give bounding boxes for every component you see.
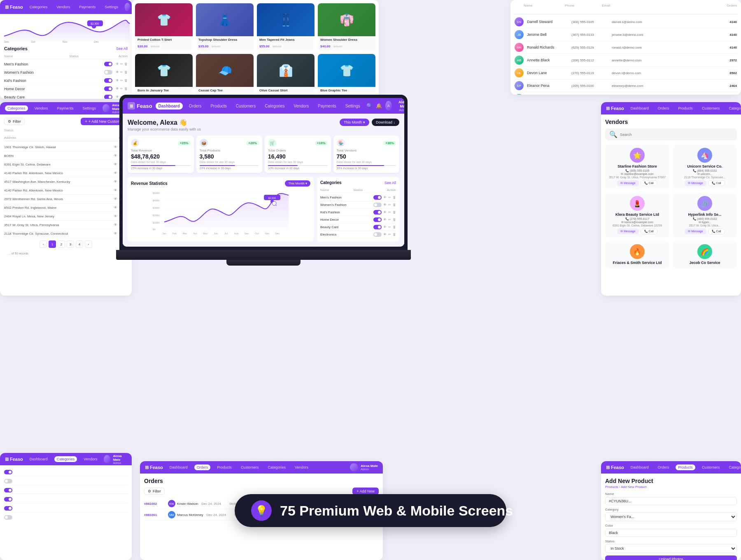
eye-icon[interactable]: 👁 [116,62,119,66]
category-toggle[interactable] [104,70,112,75]
view-icon[interactable]: 👁 [114,197,117,201]
view-icon[interactable]: 👁 [114,223,117,227]
product-item[interactable]: 👕 Born In January Tee $28.00 $35.00 [135,54,193,99]
nav-vendors-main[interactable]: Vendors [291,103,312,110]
nav-vendors-bl[interactable]: Vendors [81,456,100,462]
view-icon[interactable]: 👁 [114,145,117,149]
nav-payments[interactable]: Payments [77,4,98,10]
eye-icon[interactable]: 👁 [116,87,119,91]
cat-toggle[interactable] [373,195,382,200]
delete-icon[interactable]: 🗑 [393,225,396,229]
delete-icon[interactable]: 🗑 [124,70,128,74]
nav-categories-bl[interactable]: Categories [54,456,77,462]
nav-dashboard-bl[interactable]: Dashboard [27,456,50,462]
vendor-call-btn[interactable]: 📞 Call [708,180,725,186]
nav-settings-main[interactable]: Settings [343,103,363,110]
nav-categories-main[interactable]: Categories [262,103,287,110]
nav-orders-bc[interactable]: Orders [194,464,211,470]
page-3[interactable]: 3 [67,240,74,248]
nav-customers-v[interactable]: Customers [699,105,722,111]
this-month-button[interactable]: This Month ▾ [340,119,369,126]
field-select[interactable]: Women's Fa... [605,512,737,521]
search-input[interactable] [620,133,733,137]
vendor-message-btn[interactable]: ✉ Message [617,180,638,186]
toggle-off-2[interactable] [4,515,12,520]
nav-orders-main[interactable]: Orders [186,103,205,110]
nav-products-bc[interactable]: Products [214,464,234,470]
orders-filter-btn[interactable]: ⚙ Filter [144,488,165,495]
nav-products-main[interactable]: Products [207,103,229,110]
view-icon[interactable]: 👁 [114,188,117,192]
vendor-message-btn[interactable]: ✉ Message [685,180,706,186]
nav-vendors-bc[interactable]: Vendors [292,464,311,470]
nav-settings-ml[interactable]: Settings [80,105,99,111]
product-item[interactable]: 🧢 Casual Cap Tee $32.00 $42.00 [196,54,254,99]
nav-products-v[interactable]: Products [676,105,695,111]
nav-products-ap[interactable]: Products [676,464,695,470]
toggle-on-4[interactable] [4,506,12,511]
category-toggle[interactable] [104,62,112,66]
nav-categories-ap[interactable]: Categories [726,464,741,470]
eye-icon[interactable]: 👁 [116,95,119,99]
delete-icon[interactable]: 🗑 [124,87,128,91]
cat-toggle[interactable] [373,232,382,237]
eye-icon[interactable]: 👁 [383,225,387,229]
category-toggle[interactable] [104,78,112,83]
search-icon-main[interactable]: 🔍 [366,103,373,109]
cat-toggle[interactable] [373,225,382,229]
product-item[interactable]: 👘 Women Shoulder Dress $40.00 $49.00 [318,3,375,51]
vendor-call-btn[interactable]: 📞 Call [641,229,657,234]
field-input[interactable] [605,497,737,505]
toggle-on-1[interactable] [4,470,12,474]
categories-dash-see-all[interactable]: See All [384,181,396,185]
edit-icon[interactable]: ✏ [120,62,123,66]
toggle-on-2[interactable] [4,488,12,492]
cat-toggle[interactable] [373,210,382,215]
vendor-call-btn[interactable]: 📞 Call [641,180,657,186]
nav-payments-ml[interactable]: Payments [55,105,76,111]
nav-customers-bc[interactable]: Customers [238,464,261,470]
eye-icon[interactable]: 👁 [116,79,119,82]
edit-icon[interactable]: ✏ [388,218,391,222]
edit-icon[interactable]: ✏ [388,225,391,229]
nav-customers-ap[interactable]: Customers [699,464,722,470]
eye-icon[interactable]: 👁 [383,196,387,199]
nav-payments-main[interactable]: Payments [315,103,339,110]
filter-button[interactable]: ⚙ Filter [4,118,25,125]
notification-icon[interactable]: 🔔 [376,103,382,109]
page-prev[interactable]: ‹ [40,240,47,248]
edit-icon[interactable]: ✏ [120,87,123,91]
delete-icon[interactable]: 🗑 [393,218,396,222]
product-item[interactable]: 👗 Topshop Shoulder Dress $35.00 $49.00 [196,3,254,51]
page-2[interactable]: 2 [58,240,65,248]
download-button[interactable]: Download ↓ [372,119,399,126]
nav-customers-main[interactable]: Customers [233,103,259,110]
nav-dashboard-main[interactable]: Dashboard [156,103,183,110]
breadcrumb-products[interactable]: Products [605,485,618,489]
cat-toggle[interactable] [373,217,382,222]
nav-vendors-ml[interactable]: Vendors [32,105,51,111]
eye-icon[interactable]: 👁 [383,233,387,236]
edit-icon[interactable]: ✏ [388,210,391,214]
delete-icon[interactable]: 🗑 [393,210,396,214]
nav-categories-ml[interactable]: Categories [5,105,28,111]
page-next[interactable]: › [85,240,92,248]
category-toggle[interactable] [104,86,112,91]
nav-vendors[interactable]: Vendors [54,4,72,10]
view-icon[interactable]: 👁 [114,154,117,158]
eye-icon[interactable]: 👁 [116,70,119,74]
eye-icon[interactable]: 👁 [383,218,387,222]
page-1[interactable]: 1 [49,240,56,248]
product-item[interactable]: 👖 Men Tapered Fit Jeans $55.00 $60.00 [257,3,315,51]
vendor-message-btn[interactable]: ✉ Message [617,229,638,234]
view-icon[interactable]: 👁 [114,231,117,236]
eye-icon[interactable]: 👁 [383,203,387,207]
toggle-on-3[interactable] [4,497,12,502]
delete-icon[interactable]: 🗑 [393,233,396,236]
nav-categories-bc[interactable]: Categories [265,464,288,470]
page-4[interactable]: 4 [76,240,83,248]
nav-settings[interactable]: Settings [102,4,121,10]
cat-toggle[interactable] [373,203,382,207]
nav-dashboard-bc[interactable]: Dashboard [167,464,190,470]
product-item[interactable]: 👕 Blue Graphic Tee $38.00 $48.00 [318,54,375,99]
